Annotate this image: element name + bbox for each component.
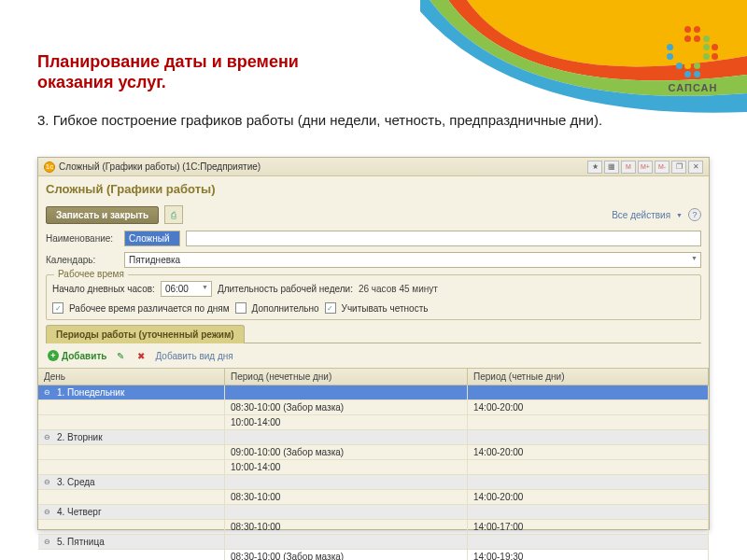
brand-logo: САПСАН (667, 26, 719, 93)
table-day-row[interactable]: ⊖5. Пятница (38, 535, 709, 550)
name-input[interactable]: Сложный (124, 231, 180, 246)
add-button[interactable]: +Добавить (48, 350, 106, 361)
col-even: Период (четные дни) (468, 369, 709, 385)
app-icon: 1c (44, 161, 55, 173)
edit-icon[interactable]: ✎ (114, 349, 127, 362)
tab-periods[interactable]: Периоды работы (уточненный режим) (46, 325, 245, 343)
start-label: Начало дневных часов: (52, 284, 155, 294)
col-day: День (38, 369, 225, 385)
worktime-legend: Рабочее время (54, 269, 128, 279)
save-button[interactable]: ⎙ (164, 205, 183, 224)
table-day-row[interactable]: ⊖3. Среда (38, 475, 709, 490)
help-icon[interactable]: ? (688, 208, 701, 221)
window-header: Сложный (Графики работы) (38, 176, 709, 202)
start-time-input[interactable]: 06:00 (161, 281, 212, 297)
window-control-icon[interactable]: ❐ (671, 161, 686, 174)
delete-icon[interactable]: ✖ (134, 349, 148, 362)
parity-label: Учитывать четность (342, 303, 429, 314)
table-row[interactable]: 10:00-14:00 (38, 460, 709, 475)
table-row[interactable]: 09:00-10:00 (Забор мазка)14:00-20:00 (38, 445, 709, 460)
schedule-table: День Период (нечетные дни) Период (четны… (38, 368, 709, 560)
app-window: 1c Сложный (Графики работы) (1С:Предприя… (37, 157, 710, 530)
name-label: Наименование: (46, 233, 119, 244)
slide-subtitle: 3. Гибкое построение графиков работы (дн… (37, 110, 691, 130)
duration-label: Длительность рабочей недели: (218, 284, 353, 294)
parity-checkbox[interactable]: ✓ (325, 302, 336, 314)
titlebar-text: Сложный (Графики работы) (1С:Предприятие… (59, 161, 261, 172)
titlebar: 1c Сложный (Графики работы) (1С:Предприя… (38, 158, 709, 176)
favorite-icon[interactable]: ★ (587, 161, 602, 174)
calendar-select[interactable]: Пятидневка (124, 252, 701, 268)
table-row[interactable]: 08:30-10:00 (Забор мазка)14:00-19:30 (38, 550, 709, 560)
save-close-button[interactable]: Записать и закрыть (46, 206, 159, 224)
calc-icon[interactable]: ▦ (604, 161, 619, 174)
worktime-fieldset: Рабочее время Начало дневных часов: 06:0… (46, 274, 701, 320)
table-row[interactable]: 08:30-10:0014:00-20:00 (38, 490, 709, 505)
calendar-label: Календарь: (46, 255, 119, 265)
additional-checkbox[interactable] (235, 302, 247, 314)
all-actions-link[interactable]: Все действия (612, 210, 670, 220)
duration-value: 26 часов 45 минут (359, 284, 438, 294)
table-day-row[interactable]: ⊖2. Вторник (38, 430, 709, 445)
m-plus-icon[interactable]: M- (655, 161, 669, 174)
add-daytype-link[interactable]: Добавить вид дня (155, 351, 233, 361)
table-row[interactable]: 08:30-10:0014:00-17:00 (38, 520, 709, 535)
m-icon[interactable]: M+ (638, 161, 653, 174)
name-input-ext[interactable] (186, 231, 701, 246)
diff-by-days-checkbox[interactable]: ✓ (52, 302, 63, 314)
brand-name: САПСАН (667, 82, 719, 93)
slide-title: Планирование даты и времени оказания усл… (37, 52, 336, 92)
additional-label: Дополнительно (252, 303, 319, 314)
col-odd: Период (нечетные дни) (225, 369, 468, 385)
close-icon[interactable]: ✕ (688, 161, 703, 174)
diff-by-days-label: Рабочее время различается по дням (69, 303, 230, 314)
table-row[interactable]: 08:30-10:00 (Забор мазка)14:00-20:00 (38, 400, 709, 415)
m-minus-icon[interactable]: M (621, 161, 636, 174)
table-day-row[interactable]: ⊖1. Понедельник (38, 385, 709, 400)
table-day-row[interactable]: ⊖4. Четверг (38, 505, 709, 520)
table-row[interactable]: 10:00-14:00 (38, 415, 709, 430)
